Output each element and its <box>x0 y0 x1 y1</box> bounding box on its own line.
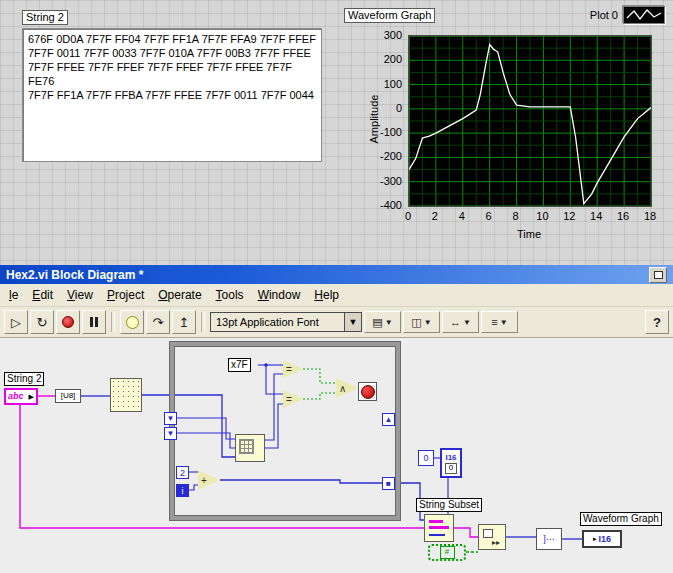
x-axis-label: Time <box>489 228 569 240</box>
shift-register-right[interactable]: ▲ <box>382 413 395 426</box>
block-diagram: ▼ ▼ ▲ ■ String 2 abc ▶ [U8] x7F = = ∧ 2 … <box>0 338 673 573</box>
chevron-down-icon: ▼ <box>385 318 393 327</box>
index-array-node[interactable] <box>235 434 265 462</box>
menu-bar: leEditViewProjectOperateToolsWindowHelp <box>0 284 673 307</box>
x-tick-label: 18 <box>640 210 660 222</box>
loop-condition-terminal[interactable] <box>358 382 377 401</box>
and-icon: ∧ <box>339 383 346 394</box>
plot-legend-label: Plot 0 <box>590 9 618 21</box>
menu-item-le[interactable]: le <box>2 285 25 305</box>
distribute-objects-dropdown[interactable]: ◫▼ <box>403 311 440 333</box>
run-arrow-icon: ▷ <box>11 315 21 330</box>
x-tick-label: 2 <box>425 210 445 222</box>
hex-line: 7F7F 0011 7F7F 0033 7F7F 010A 7F7F 00B3 … <box>28 46 316 60</box>
run-button[interactable]: ▷ <box>4 310 28 334</box>
x-tick-label: 16 <box>613 210 633 222</box>
resize-objects-dropdown[interactable]: ↔▼ <box>442 311 479 333</box>
step-over-button[interactable]: ↷ <box>146 310 170 334</box>
abort-icon <box>62 316 74 328</box>
font-selector[interactable]: 13pt Application Font ▼ <box>210 312 362 332</box>
string-control-label: String 2 <box>22 10 68 25</box>
highlight-execution-button[interactable] <box>120 310 144 334</box>
i16-conversion-node[interactable]: I16 0 <box>440 448 462 478</box>
y-tick-label: 200 <box>358 53 402 65</box>
help-label: ? <box>653 315 661 330</box>
shift-register-left-2[interactable]: ▼ <box>164 427 177 440</box>
wire-subset-cast[interactable] <box>454 528 478 537</box>
step-out-button[interactable]: ↥ <box>172 310 196 334</box>
zero-constant[interactable]: 0 <box>418 450 434 466</box>
waveform-graph-label[interactable]: Waveform Graph <box>580 512 662 526</box>
menu-item-edit[interactable]: Edit <box>25 285 60 305</box>
x-tick-label: 12 <box>559 210 579 222</box>
string-to-byte-array-node[interactable] <box>110 378 142 412</box>
iteration-terminal[interactable]: i <box>176 484 189 497</box>
waveform-graph: Waveform Graph Plot 0 3002001000-100-200… <box>338 2 673 260</box>
y-tick-label: -200 <box>358 150 402 162</box>
u8-array-type-label[interactable]: [U8] <box>55 389 81 403</box>
subset-range-icon <box>429 534 445 536</box>
align-objects-dropdown[interactable]: ▤▼ <box>364 311 401 333</box>
hex-line: 676F 0D0A 7F7F FF04 7F7F FF1A 7F7F FFA9 … <box>28 32 316 46</box>
string-control-terminal[interactable]: abc ▶ <box>4 388 38 405</box>
shift-register-left-1[interactable]: ▼ <box>164 412 177 425</box>
hex-line: 7F7F FFEE 7F7F FFEF 7F7F FFEF 7F7F FFEE … <box>28 60 316 88</box>
string-type-icon: abc <box>8 392 24 401</box>
error-cluster-constant[interactable]: # <box>428 544 466 561</box>
font-selector-value: 13pt Application Font <box>216 316 319 328</box>
restore-icon <box>654 271 663 279</box>
cast-arrow-icon: ▸▸ <box>492 538 500 547</box>
waveform-graph-title: Waveform Graph <box>344 8 435 23</box>
run-continuous-icon: ↻ <box>37 315 48 330</box>
menu-item-project[interactable]: Project <box>100 285 151 305</box>
menu-item-help[interactable]: Help <box>307 285 346 305</box>
string-icon <box>429 520 443 523</box>
step-out-icon: ↥ <box>179 315 190 330</box>
string-subset-node[interactable] <box>424 514 454 542</box>
output-arrow-icon: ▶ <box>29 393 34 400</box>
string-subset-label[interactable]: String Subset <box>416 498 482 512</box>
menu-item-operate[interactable]: Operate <box>151 285 208 305</box>
cluster-icon: # <box>440 546 455 559</box>
array-grid-icon <box>239 439 254 454</box>
window-restore-button[interactable] <box>649 267 667 283</box>
i16-value: 0 <box>445 463 457 474</box>
run-continuous-button[interactable]: ↻ <box>30 310 54 334</box>
to-i16-array-node[interactable]: ]⋯ <box>536 528 562 550</box>
loop-output-tunnel[interactable]: ■ <box>382 477 395 490</box>
abort-button[interactable] <box>56 310 80 334</box>
equal-icon: = <box>286 364 292 375</box>
chevron-down-icon: ▼ <box>463 318 471 327</box>
menu-item-tools[interactable]: Tools <box>209 285 251 305</box>
help-button[interactable]: ? <box>645 310 669 334</box>
x-tick-label: 4 <box>452 210 472 222</box>
window-title: Hex2.vi Block Diagram * <box>6 268 143 282</box>
x7f-constant[interactable]: x7F <box>228 358 251 372</box>
menu-item-view[interactable]: View <box>60 285 100 305</box>
constant-2[interactable]: 2 <box>176 466 189 479</box>
string-control-value[interactable]: 676F 0D0A 7F7F FF04 7F7F FF1A 7F7F FFA9 … <box>22 28 322 162</box>
y-tick-label: -100 <box>358 126 402 138</box>
type-cast-node[interactable]: ▸▸ <box>478 524 506 550</box>
plot-legend[interactable]: Plot 0 <box>590 6 665 24</box>
toolbar-separator <box>201 312 205 332</box>
pause-button[interactable] <box>82 310 106 334</box>
y-tick-label: 0 <box>358 102 402 114</box>
waveform-graph-terminal[interactable]: ▸ I16 <box>582 530 622 548</box>
i16-type-label: I16 <box>445 453 456 462</box>
chevron-down-icon[interactable]: ▼ <box>344 313 361 331</box>
title-bar: Hex2.vi Block Diagram * <box>0 265 673 284</box>
string-icon <box>429 526 449 529</box>
x-tick-label: 8 <box>506 210 526 222</box>
pause-icon <box>90 317 98 327</box>
toolbar-separator <box>111 312 115 332</box>
plot-legend-line-icon[interactable] <box>623 6 665 24</box>
reorder-icon: ≡ <box>491 316 497 328</box>
string2-label[interactable]: String 2 <box>4 372 44 386</box>
waveform-plot-area[interactable] <box>408 35 652 207</box>
x-tick-label: 14 <box>586 210 606 222</box>
stop-icon <box>361 385 375 399</box>
x-tick-label: 0 <box>398 210 418 222</box>
menu-item-window[interactable]: Window <box>251 285 308 305</box>
reorder-dropdown[interactable]: ≡▼ <box>481 311 518 333</box>
